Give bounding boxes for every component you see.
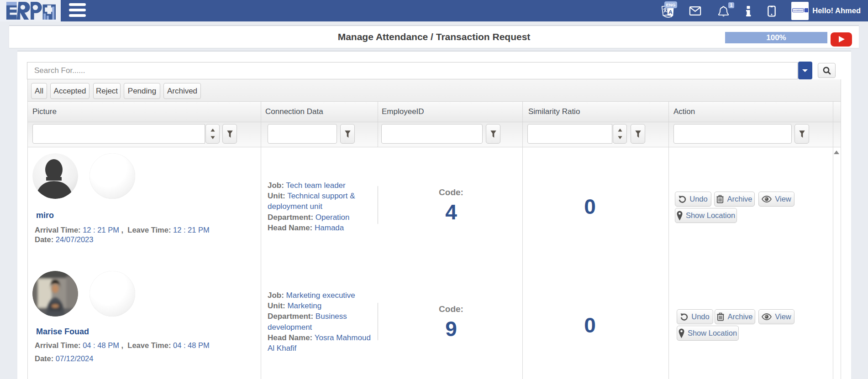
svg-text:A: A <box>668 9 673 16</box>
